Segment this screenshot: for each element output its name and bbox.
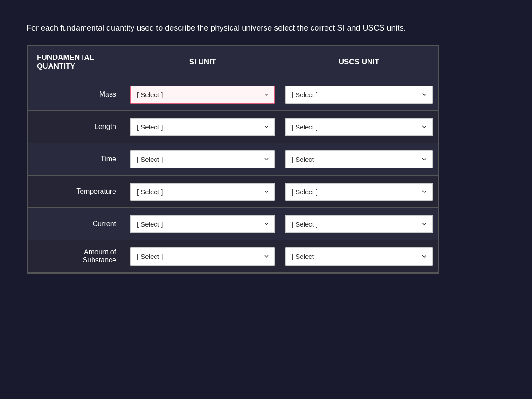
quantity-cell-0: Mass xyxy=(28,78,125,111)
uscs-unit-select-5[interactable]: [ Select ]kgglbmftsK°FAmol xyxy=(285,247,433,266)
header-fundamental: FUNDAMENTAL QUANTITY xyxy=(28,46,125,78)
instructions-text: For each fundamental quantity used to de… xyxy=(27,22,505,34)
header-uscs-unit: USCS UNIT xyxy=(280,46,438,78)
quantity-cell-4: Current xyxy=(28,208,125,240)
uscs-unit-select-0[interactable]: [ Select ]kgglbmftsK°FAmol xyxy=(285,86,433,104)
table-wrapper: FUNDAMENTAL QUANTITY SI UNIT USCS UNIT M… xyxy=(27,45,439,274)
uscs-unit-cell-2: [ Select ]kgglbmftsK°FAmol xyxy=(280,143,438,176)
si-unit-cell-3: [ Select ]kgglbmftsK°FAmol xyxy=(125,176,280,208)
table-row: Length[ Select ]kgglbmftsK°FAmol[ Select… xyxy=(28,111,438,143)
si-unit-select-0[interactable]: [ Select ]kgglbmftsK°FAmol xyxy=(130,86,275,104)
si-unit-cell-5: [ Select ]kgglbmftsK°FAmol xyxy=(125,240,280,273)
table-row: Mass[ Select ]kgglbmftsK°FAmol[ Select ]… xyxy=(28,78,438,111)
si-unit-select-4[interactable]: [ Select ]kgglbmftsK°FAmol xyxy=(130,215,275,233)
table-header-row: FUNDAMENTAL QUANTITY SI UNIT USCS UNIT xyxy=(28,46,438,78)
quantity-label-0: Mass xyxy=(99,90,116,98)
header-fundamental-line2: QUANTITY xyxy=(37,62,75,70)
uscs-unit-cell-3: [ Select ]kgglbmftsK°FAmol xyxy=(280,176,438,208)
quantity-label-1: Length xyxy=(94,123,116,130)
table-row: Amount ofSubstance[ Select ]kgglbmftsK°F… xyxy=(28,240,438,273)
si-unit-select-5[interactable]: [ Select ]kgglbmftsK°FAmol xyxy=(130,247,275,266)
si-unit-cell-2: [ Select ]kgglbmftsK°FAmol xyxy=(125,143,280,176)
header-fundamental-line1: FUNDAMENTAL xyxy=(37,53,94,62)
si-unit-select-3[interactable]: [ Select ]kgglbmftsK°FAmol xyxy=(130,183,275,201)
page-container: For each fundamental quantity used to de… xyxy=(27,22,505,274)
si-unit-select-1[interactable]: [ Select ]kgglbmftsK°FAmol xyxy=(130,118,275,136)
table-row: Time[ Select ]kgglbmftsK°FAmol[ Select ]… xyxy=(28,143,438,176)
quantity-cell-1: Length xyxy=(28,111,125,143)
uscs-unit-select-3[interactable]: [ Select ]kgglbmftsK°FAmol xyxy=(285,183,433,201)
quantity-label-3: Temperature xyxy=(76,188,116,195)
si-unit-select-2[interactable]: [ Select ]kgglbmftsK°FAmol xyxy=(130,150,275,168)
quantity-label-5: Amount ofSubstance xyxy=(82,248,116,264)
quantity-cell-2: Time xyxy=(28,143,125,176)
quantity-label-4: Current xyxy=(93,220,116,227)
quantity-cell-3: Temperature xyxy=(28,176,125,208)
quantity-cell-5: Amount ofSubstance xyxy=(28,240,125,273)
si-unit-cell-4: [ Select ]kgglbmftsK°FAmol xyxy=(125,208,280,240)
uscs-unit-cell-5: [ Select ]kgglbmftsK°FAmol xyxy=(280,240,438,273)
uscs-unit-cell-1: [ Select ]kgglbmftsK°FAmol xyxy=(280,111,438,143)
uscs-unit-select-4[interactable]: [ Select ]kgglbmftsK°FAmol xyxy=(285,215,433,233)
uscs-unit-select-1[interactable]: [ Select ]kgglbmftsK°FAmol xyxy=(285,118,433,136)
uscs-unit-cell-0: [ Select ]kgglbmftsK°FAmol xyxy=(280,78,438,111)
uscs-unit-cell-4: [ Select ]kgglbmftsK°FAmol xyxy=(280,208,438,240)
si-unit-cell-0: [ Select ]kgglbmftsK°FAmol xyxy=(125,78,280,111)
uscs-unit-select-2[interactable]: [ Select ]kgglbmftsK°FAmol xyxy=(285,150,433,168)
si-unit-cell-1: [ Select ]kgglbmftsK°FAmol xyxy=(125,111,280,143)
header-si-unit: SI UNIT xyxy=(125,46,280,78)
table-row: Current[ Select ]kgglbmftsK°FAmol[ Selec… xyxy=(28,208,438,240)
units-table: FUNDAMENTAL QUANTITY SI UNIT USCS UNIT M… xyxy=(27,46,438,273)
quantity-label-2: Time xyxy=(101,155,116,163)
table-row: Temperature[ Select ]kgglbmftsK°FAmol[ S… xyxy=(28,176,438,208)
